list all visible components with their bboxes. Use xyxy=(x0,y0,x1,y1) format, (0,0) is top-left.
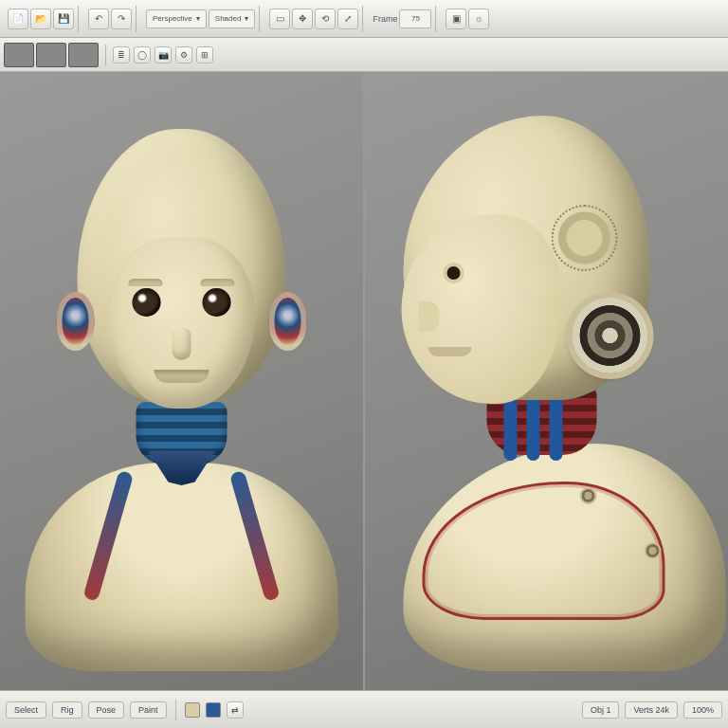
light-button[interactable]: ☼ xyxy=(468,9,489,29)
viewport-area xyxy=(0,72,728,690)
settings-icon: ⚙ xyxy=(180,50,188,60)
color-swatch-primary[interactable] xyxy=(185,702,200,718)
render-icon: ▣ xyxy=(452,13,461,24)
file-icon: 📄 xyxy=(12,13,24,24)
mode-chip-rig[interactable]: Rig xyxy=(52,701,82,719)
layers-icon: ≣ xyxy=(118,50,125,60)
file-group: 📄 📂 💾 xyxy=(4,6,79,32)
mode-chip-label: Rig xyxy=(61,705,74,715)
scale-icon: ⤢ xyxy=(344,13,352,24)
shading-mode-label: Shaded xyxy=(215,14,242,23)
layers-button[interactable]: ≣ xyxy=(113,46,130,64)
viewport-front-canvas xyxy=(0,72,363,690)
frame-input[interactable]: 75 xyxy=(399,9,431,28)
viewport-side[interactable] xyxy=(365,72,728,690)
color-swatch-secondary[interactable] xyxy=(206,702,221,718)
viewport-front[interactable] xyxy=(0,72,363,690)
move-icon: ✥ xyxy=(299,13,306,24)
divider xyxy=(105,45,106,65)
zoom-readout[interactable]: 100% xyxy=(683,701,722,719)
main-toolbar: 📄 📂 💾 ↶ ↷ Perspective ▾ Shaded ▾ ▭ ✥ ⟲ ⤢… xyxy=(0,0,728,38)
mode-chip-paint[interactable]: Paint xyxy=(130,701,167,719)
shading-mode-dropdown[interactable]: Shaded ▾ xyxy=(209,9,256,28)
mode-chip-pose[interactable]: Pose xyxy=(88,701,125,719)
swap-colors-button[interactable]: ⇄ xyxy=(227,701,244,719)
status-bar: Select Rig Pose Paint ⇄ Obj 1 Verts 24k … xyxy=(0,690,728,728)
frame-label: Frame xyxy=(373,14,397,24)
light-icon: ☼ xyxy=(475,13,483,24)
redo-button[interactable]: ↷ xyxy=(111,9,132,29)
vertex-count-label: Verts 24k xyxy=(633,705,669,715)
render-button[interactable]: ▣ xyxy=(446,9,466,29)
material-button[interactable]: ◯ xyxy=(134,46,151,64)
viewport-side-canvas xyxy=(365,72,728,690)
grid-icon: ⊞ xyxy=(201,50,209,60)
reference-thumb-3[interactable] xyxy=(68,43,99,67)
swap-icon: ⇄ xyxy=(231,705,239,715)
secondary-toolbar: ≣ ◯ 📷 ⚙ ⊞ xyxy=(0,38,728,72)
object-count: Obj 1 xyxy=(582,701,620,719)
divider xyxy=(175,700,176,720)
mode-chip-select[interactable]: Select xyxy=(6,701,46,719)
view-mode-group: Perspective ▾ Shaded ▾ xyxy=(142,6,260,32)
redo-icon: ↷ xyxy=(118,13,125,24)
render-group: ▣ ☼ xyxy=(442,6,493,32)
material-icon: ◯ xyxy=(137,50,147,60)
dropdown-icon: ▾ xyxy=(196,14,200,23)
mode-chip-label: Select xyxy=(14,705,38,715)
rotate-tool-button[interactable]: ⟲ xyxy=(315,9,336,29)
frame-value: 75 xyxy=(411,14,420,23)
select-icon: ▭ xyxy=(276,13,284,24)
save-icon: 💾 xyxy=(58,13,69,24)
select-tool-button[interactable]: ▭ xyxy=(269,9,290,29)
rotate-icon: ⟲ xyxy=(321,13,329,24)
file-button[interactable]: 📄 xyxy=(8,9,28,29)
reference-thumb-2[interactable] xyxy=(36,43,66,67)
dropdown-icon: ▾ xyxy=(245,14,248,23)
camera-mode-label: Perspective xyxy=(153,14,192,23)
undo-button[interactable]: ↶ xyxy=(88,9,109,29)
camera-mode-dropdown[interactable]: Perspective ▾ xyxy=(146,9,207,28)
transform-group: ▭ ✥ ⟲ ⤢ xyxy=(265,6,363,32)
object-count-label: Obj 1 xyxy=(591,705,611,715)
undo-icon: ↶ xyxy=(95,13,102,24)
mode-chip-label: Pose xyxy=(97,705,117,715)
reference-thumb-1[interactable] xyxy=(4,43,34,67)
history-group: ↶ ↷ xyxy=(84,6,136,32)
open-button[interactable]: 📂 xyxy=(30,9,51,29)
frame-group: Frame 75 xyxy=(369,6,436,32)
save-button[interactable]: 💾 xyxy=(53,9,74,29)
reference-thumbnails xyxy=(4,43,99,67)
open-icon: 📂 xyxy=(35,13,46,24)
camera-button[interactable]: 📷 xyxy=(155,46,172,64)
scale-tool-button[interactable]: ⤢ xyxy=(337,9,358,29)
move-tool-button[interactable]: ✥ xyxy=(292,9,313,29)
grid-button[interactable]: ⊞ xyxy=(196,46,213,64)
mode-chip-label: Paint xyxy=(138,705,158,715)
zoom-value: 100% xyxy=(692,705,714,715)
camera-icon: 📷 xyxy=(158,50,169,60)
vertex-count: Verts 24k xyxy=(625,701,678,719)
settings-button[interactable]: ⚙ xyxy=(175,46,192,64)
